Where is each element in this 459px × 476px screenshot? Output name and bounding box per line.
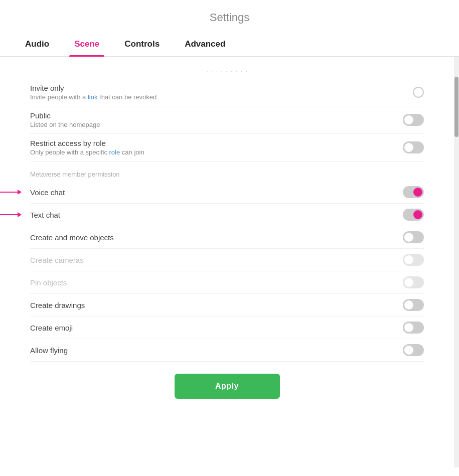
create-drawings-title: Create drawings xyxy=(30,301,403,309)
text-chat-arrow xyxy=(0,212,22,217)
create-emoji-info: Create emoji xyxy=(30,324,403,332)
invite-only-info: Invite only Invite people with a link th… xyxy=(30,84,413,101)
create-emoji-toggle[interactable] xyxy=(403,322,424,334)
pin-objects-toggle[interactable] xyxy=(403,276,424,288)
restrict-info: Restrict access by role Only people with… xyxy=(30,139,403,156)
setting-voice-chat: Voice chat xyxy=(30,181,424,204)
invite-only-desc-start: Invite people with a xyxy=(30,93,88,101)
invite-only-desc: Invite people with a link that can be re… xyxy=(30,93,413,101)
public-slider xyxy=(403,114,424,126)
allow-flying-slider xyxy=(403,344,424,356)
create-move-toggle[interactable] xyxy=(403,231,424,243)
metaverse-section-label: Metaverse member permission xyxy=(30,171,424,178)
restrict-desc-start: Only people with a specific xyxy=(30,148,109,156)
text-chat-title: Text chat xyxy=(30,211,403,219)
restrict-title: Restrict access by role xyxy=(30,139,403,147)
text-chat-toggle[interactable] xyxy=(403,209,424,221)
scrollbar-track xyxy=(454,57,459,467)
create-move-title: Create and move objects xyxy=(30,233,403,242)
create-cameras-slider xyxy=(403,254,424,266)
invite-only-radio[interactable] xyxy=(413,87,424,98)
text-arrow-line xyxy=(0,214,18,215)
tab-advanced[interactable]: Advanced xyxy=(180,33,230,56)
tab-controls[interactable]: Controls xyxy=(119,33,165,56)
text-arrow-head xyxy=(18,212,22,217)
voice-chat-title: Voice chat xyxy=(30,188,403,197)
setting-create-drawings: Create drawings xyxy=(30,294,424,316)
invite-only-link: link xyxy=(88,93,98,101)
allow-flying-toggle[interactable] xyxy=(403,344,424,356)
invite-only-desc-end: that can be revoked xyxy=(97,93,157,101)
restrict-toggle[interactable] xyxy=(403,141,424,153)
restrict-desc-end: can join xyxy=(120,148,144,156)
invite-only-title: Invite only xyxy=(30,84,413,92)
setting-pin-objects: Pin objects xyxy=(30,271,424,294)
apply-button[interactable]: Apply xyxy=(175,374,280,399)
create-cameras-info: Create cameras xyxy=(30,256,403,264)
public-title: Public xyxy=(30,111,403,120)
setting-create-emoji: Create emoji xyxy=(30,316,424,339)
setting-restrict-access: Restrict access by role Only people with… xyxy=(30,134,424,162)
setting-create-move: Create and move objects xyxy=(30,226,424,249)
voice-arrow-line xyxy=(0,192,18,193)
page-title: Settings xyxy=(0,0,459,33)
tab-audio[interactable]: Audio xyxy=(20,33,54,56)
pin-objects-info: Pin objects xyxy=(30,278,403,287)
setting-allow-flying: Allow flying xyxy=(30,339,424,362)
content-area: . . . . . . . . . Invite only Invite peo… xyxy=(0,57,459,467)
voice-chat-info: Voice chat xyxy=(30,188,403,197)
allow-flying-title: Allow flying xyxy=(30,346,403,355)
tab-scene[interactable]: Scene xyxy=(69,33,104,56)
public-info: Public Listed on the homepage xyxy=(30,111,403,128)
public-desc: Listed on the homepage xyxy=(30,121,403,128)
voice-arrow-head xyxy=(18,190,22,195)
pin-objects-title: Pin objects xyxy=(30,278,403,287)
create-cameras-title: Create cameras xyxy=(30,256,403,264)
create-move-info: Create and move objects xyxy=(30,233,403,242)
setting-create-cameras: Create cameras xyxy=(30,249,424,271)
create-emoji-title: Create emoji xyxy=(30,324,403,332)
pin-objects-slider xyxy=(403,276,424,288)
restrict-slider xyxy=(403,141,424,153)
setting-public: Public Listed on the homepage xyxy=(30,106,424,134)
public-toggle[interactable] xyxy=(403,114,424,126)
scroll-content: . . . . . . . . . Invite only Invite peo… xyxy=(0,57,454,467)
setting-invite-only: Invite only Invite people with a link th… xyxy=(30,79,424,106)
create-drawings-slider xyxy=(403,299,424,311)
setting-text-chat: Text chat xyxy=(30,204,424,226)
scrollbar-thumb[interactable] xyxy=(454,77,458,137)
faded-top-dots: . . . . . . . . . xyxy=(30,57,424,79)
create-cameras-toggle[interactable] xyxy=(403,254,424,266)
voice-chat-arrow xyxy=(0,190,22,195)
create-drawings-toggle[interactable] xyxy=(403,299,424,311)
tabs-bar: Audio Scene Controls Advanced xyxy=(0,33,459,57)
create-emoji-slider xyxy=(403,322,424,334)
text-chat-info: Text chat xyxy=(30,211,403,219)
text-chat-slider xyxy=(403,209,424,221)
allow-flying-info: Allow flying xyxy=(30,346,403,355)
restrict-desc: Only people with a specific role can joi… xyxy=(30,148,403,156)
voice-chat-slider xyxy=(403,186,424,198)
create-move-slider xyxy=(403,231,424,243)
create-drawings-info: Create drawings xyxy=(30,301,403,309)
voice-chat-toggle[interactable] xyxy=(403,186,424,198)
restrict-role-link: role xyxy=(109,148,120,156)
